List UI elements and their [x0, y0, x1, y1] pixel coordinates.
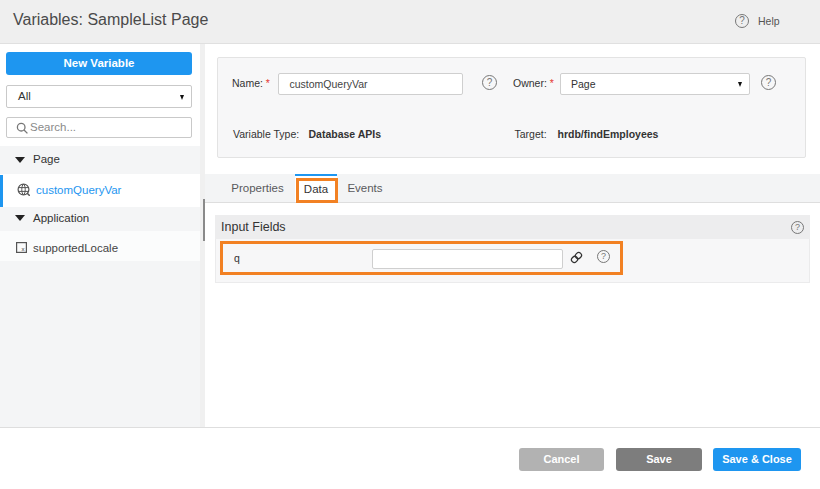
svg-text:x: x	[22, 246, 25, 252]
